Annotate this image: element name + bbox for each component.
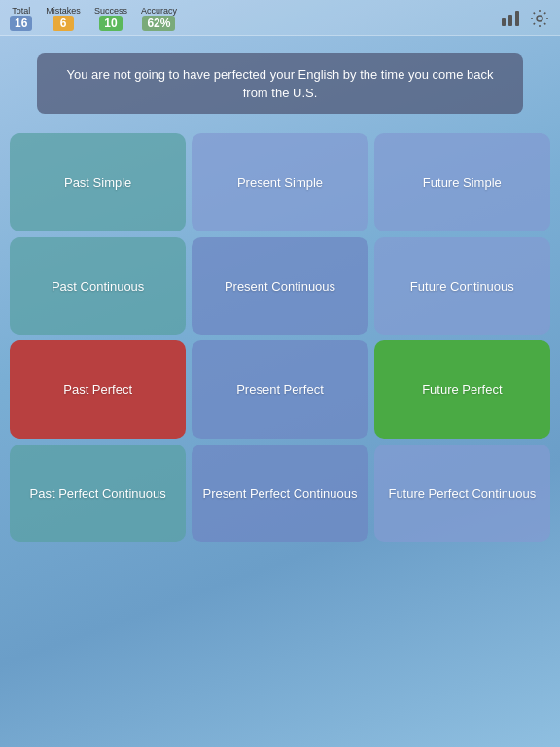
stat-accuracy: Accuracy62% (141, 6, 177, 31)
top-bar: Total16Mistakes6Success10Accuracy62% (0, 0, 560, 36)
stat-value-success: 10 (99, 16, 122, 31)
svg-rect-1 (508, 15, 512, 26)
sentence-text: You are not going to have perfected your… (67, 67, 494, 100)
grid-cell-future-perfect-continuous[interactable]: Future Perfect Continuous (374, 445, 550, 543)
stat-label-total: Total (12, 6, 30, 16)
sentence-box: You are not going to have perfected your… (37, 53, 523, 114)
stat-label-accuracy: Accuracy (141, 6, 177, 16)
grid-cell-past-perfect[interactable]: Past Perfect (10, 340, 186, 439)
grid-cell-future-simple[interactable]: Future Simple (374, 133, 550, 231)
top-icons (500, 8, 550, 29)
grid-cell-present-perfect[interactable]: Present Perfect (192, 340, 368, 439)
settings-icon[interactable] (529, 8, 550, 29)
grid-cell-past-continuous[interactable]: Past Continuous (10, 237, 186, 336)
svg-rect-0 (502, 18, 506, 26)
stat-total: Total16 (10, 6, 32, 31)
grid-cell-present-simple[interactable]: Present Simple (192, 133, 368, 231)
stat-label-success: Success (94, 6, 127, 16)
stat-value-accuracy: 62% (142, 16, 175, 31)
chart-icon[interactable] (500, 8, 521, 29)
stat-value-mistakes: 6 (52, 16, 74, 31)
grid-cell-past-perfect-continuous[interactable]: Past Perfect Continuous (10, 445, 186, 543)
stat-label-mistakes: Mistakes (46, 6, 81, 16)
grid-cell-past-simple[interactable]: Past Simple (10, 133, 186, 231)
grid-cell-future-continuous[interactable]: Future Continuous (374, 237, 550, 336)
grid-cell-future-perfect[interactable]: Future Perfect (374, 340, 550, 439)
svg-point-3 (537, 16, 542, 21)
stats-row: Total16Mistakes6Success10Accuracy62% (10, 6, 177, 31)
grid-cell-present-continuous[interactable]: Present Continuous (192, 237, 368, 336)
stat-mistakes: Mistakes6 (46, 6, 81, 31)
svg-rect-2 (515, 11, 519, 26)
tense-grid: Past SimplePresent SimpleFuture SimplePa… (0, 124, 560, 551)
stat-success: Success10 (94, 6, 127, 31)
grid-cell-present-perfect-continuous[interactable]: Present Perfect Continuous (192, 445, 368, 543)
stat-value-total: 16 (10, 16, 32, 31)
sentence-container: You are not going to have perfected your… (0, 36, 560, 124)
